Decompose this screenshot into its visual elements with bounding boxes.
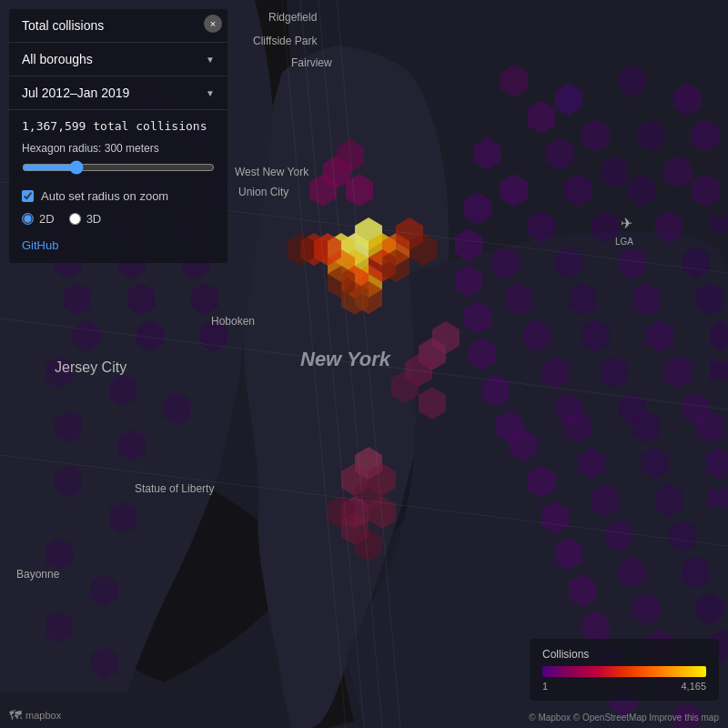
view-2d-label: 2D — [39, 212, 55, 226]
svg-marker-3 — [355, 217, 382, 250]
svg-marker-93 — [592, 483, 619, 516]
map-label-westnewwork: West New York — [235, 166, 308, 178]
svg-marker-128 — [191, 283, 218, 316]
svg-marker-22 — [337, 139, 364, 172]
svg-marker-130 — [136, 319, 164, 352]
svg-marker-101 — [682, 556, 710, 589]
svg-marker-80 — [482, 374, 510, 407]
svg-marker-67 — [569, 283, 596, 316]
svg-marker-10 — [341, 266, 369, 298]
svg-marker-129 — [73, 319, 100, 352]
svg-line-149 — [0, 455, 728, 546]
view-2d-radio[interactable] — [22, 213, 34, 225]
svg-line-145 — [318, 0, 382, 728]
github-link-row[interactable]: GitHub — [9, 231, 228, 252]
svg-marker-103 — [632, 592, 660, 625]
svg-marker-8 — [328, 249, 355, 282]
svg-marker-53 — [628, 174, 655, 207]
svg-marker-49 — [601, 156, 628, 188]
view-3d-label: 3D — [86, 212, 102, 226]
hexagon-radius-slider[interactable] — [22, 160, 215, 175]
svg-line-148 — [0, 318, 728, 410]
svg-marker-6 — [369, 233, 396, 266]
svg-marker-96 — [541, 501, 569, 534]
svg-marker-2 — [341, 233, 369, 266]
map-label-bayonne: Bayonne — [16, 568, 59, 581]
view-2d-option[interactable]: 2D — [22, 212, 55, 226]
map-label-newyork: New York — [300, 348, 390, 371]
svg-marker-34 — [341, 496, 369, 529]
svg-marker-74 — [710, 319, 728, 352]
auto-radius-checkbox[interactable] — [22, 190, 34, 202]
svg-marker-19 — [410, 233, 437, 266]
svg-marker-104 — [696, 592, 723, 625]
legend-labels: 1 4,165 — [542, 681, 706, 692]
date-range-dropdown[interactable]: Jul 2012–Jan 2019 ▼ — [9, 76, 228, 110]
svg-marker-100 — [619, 556, 646, 589]
svg-marker-92 — [528, 465, 555, 498]
svg-marker-78 — [664, 356, 692, 389]
svg-marker-32 — [369, 463, 396, 496]
svg-marker-51 — [500, 174, 528, 207]
svg-marker-87 — [696, 410, 723, 443]
svg-marker-137 — [55, 465, 82, 498]
svg-marker-73 — [646, 319, 673, 352]
svg-marker-126 — [64, 283, 91, 316]
svg-marker-50 — [664, 156, 692, 188]
svg-marker-52 — [564, 174, 592, 207]
view-3d-radio[interactable] — [69, 213, 81, 225]
svg-marker-98 — [669, 520, 696, 552]
metric-dropdown[interactable]: Total collisions ▼ — [9, 9, 228, 43]
view-3d-option[interactable]: 3D — [69, 212, 102, 226]
legend-color-bar — [542, 666, 706, 677]
svg-marker-15 — [355, 281, 382, 314]
svg-marker-131 — [200, 319, 228, 352]
svg-marker-44 — [582, 119, 610, 152]
svg-marker-134 — [164, 392, 191, 425]
svg-marker-89 — [578, 447, 605, 480]
view-mode-row: 2D 3D — [9, 207, 228, 231]
svg-marker-24 — [309, 174, 337, 207]
improve-map-link[interactable]: Improve this map — [649, 713, 719, 723]
svg-marker-138 — [109, 501, 136, 534]
svg-marker-35 — [369, 496, 396, 529]
map-label-unioncity: Union City — [238, 186, 288, 198]
svg-line-143 — [282, 0, 346, 728]
airport-icon: ✈ — [621, 215, 632, 232]
svg-marker-23 — [346, 174, 373, 207]
svg-marker-59 — [710, 213, 728, 235]
svg-marker-140 — [91, 574, 118, 607]
svg-marker-141 — [46, 611, 73, 643]
hexagon-radius-slider-container: Hexagon radius: 300 meters — [9, 138, 228, 186]
svg-marker-48 — [546, 137, 573, 170]
svg-marker-37 — [341, 512, 369, 545]
svg-marker-61 — [491, 247, 519, 279]
github-link[interactable]: GitHub — [22, 238, 58, 252]
svg-marker-55 — [464, 192, 491, 225]
svg-marker-127 — [127, 283, 155, 316]
svg-marker-82 — [619, 392, 646, 425]
hexagon-radius-label: Hexagon radius: 300 meters — [22, 142, 215, 155]
svg-marker-84 — [496, 410, 523, 443]
svg-marker-36 — [328, 496, 355, 529]
svg-marker-9 — [382, 233, 410, 266]
borough-dropdown[interactable]: All boroughs ▼ — [9, 43, 228, 76]
svg-marker-90 — [642, 447, 669, 480]
total-collisions-stat: 1,367,599 total collisions — [9, 110, 228, 138]
svg-marker-40 — [555, 83, 582, 116]
map-label-statueofliberty: Statue of Liberty — [135, 482, 214, 495]
svg-marker-21 — [323, 156, 350, 188]
svg-marker-11 — [314, 233, 341, 266]
close-button[interactable]: × — [204, 15, 222, 33]
svg-marker-39 — [500, 65, 528, 97]
svg-marker-30 — [355, 447, 382, 480]
legend: Collisions 1 4,165 — [530, 639, 719, 701]
svg-marker-77 — [601, 356, 628, 389]
map-label-cliffsidepark: Cliffside Park — [253, 35, 317, 47]
svg-marker-7 — [355, 265, 382, 298]
map-label-ridgefield: Ridgefield — [268, 11, 317, 24]
svg-marker-86 — [632, 410, 660, 443]
auto-radius-row[interactable]: Auto set radius on zoom — [9, 186, 228, 207]
svg-marker-5 — [341, 249, 369, 282]
svg-marker-142 — [91, 647, 118, 680]
